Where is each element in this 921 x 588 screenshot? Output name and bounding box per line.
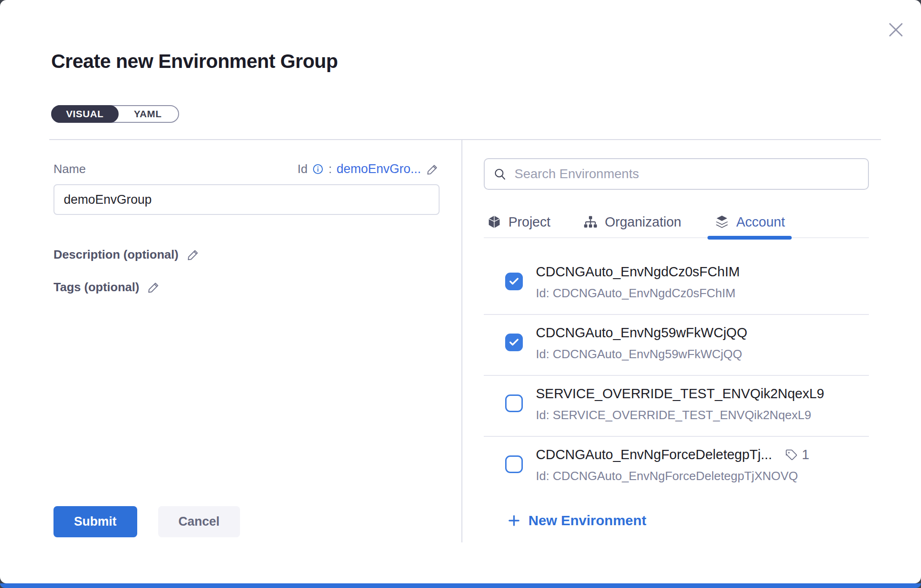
environment-id: Id: CDCNGAuto_EnvNg59wFkWCjQQ: [536, 347, 869, 361]
panel-divider: [461, 140, 462, 542]
plus-icon: [507, 514, 521, 528]
toggle-visual[interactable]: VISUAL: [51, 105, 119, 123]
search-environments-input[interactable]: [514, 167, 860, 181]
layers-icon: [714, 214, 730, 230]
environment-name: CDCNGAuto_EnvNgForceDeletegpTj...: [536, 447, 772, 462]
tab-organization[interactable]: Organization: [580, 207, 684, 237]
tab-organization-label: Organization: [605, 214, 681, 230]
tag-icon: [784, 448, 798, 462]
id-label: Id: [298, 162, 308, 176]
environment-checkbox-checked[interactable]: [505, 334, 523, 351]
environment-name: CDCNGAuto_EnvNg59wFkWCjQQ: [536, 325, 747, 341]
checkmark-icon: [508, 337, 520, 348]
id-cluster: Id : demoEnvGro...: [298, 162, 440, 176]
org-chart-icon: [583, 214, 598, 230]
tab-project-label: Project: [508, 214, 550, 230]
tags-label: Tags (optional): [53, 280, 139, 294]
page-backdrop: Create new Environment Group VISUAL YAML…: [0, 0, 921, 588]
tab-account-label: Account: [736, 214, 785, 230]
tag-badge: 1: [784, 447, 809, 462]
new-environment-label: New Environment: [528, 513, 646, 528]
search-environments-box: [484, 158, 869, 190]
environment-id: Id: CDCNGAuto_EnvNgForceDeletegpTjXNOVQ: [536, 469, 869, 483]
id-separator: :: [328, 162, 332, 176]
edit-tags-pencil-icon[interactable]: [147, 280, 161, 294]
bottom-blue-bar: [0, 583, 921, 588]
new-environment-button[interactable]: New Environment: [507, 513, 646, 528]
create-env-group-dialog: Create new Environment Group VISUAL YAML…: [0, 0, 921, 583]
environment-name: SERVICE_OVERRIDE_TEST_ENVQik2NqexL9: [536, 386, 824, 401]
info-icon[interactable]: [312, 163, 324, 175]
name-id-row: Name Id : demoEnvGro...: [53, 162, 440, 176]
visual-yaml-toggle: VISUAL YAML: [51, 105, 179, 123]
environment-row-1[interactable]: CDCNGAuto_EnvNgdCz0sFChIM Id: CDCNGAuto_…: [484, 254, 869, 315]
scope-tabs: Project Organization: [484, 207, 869, 238]
environment-name: CDCNGAuto_EnvNgdCz0sFChIM: [536, 264, 740, 280]
tag-count: 1: [802, 447, 809, 462]
submit-button[interactable]: Submit: [53, 506, 137, 537]
edit-description-pencil-icon[interactable]: [186, 247, 200, 262]
name-label: Name: [53, 162, 86, 176]
tags-row: Tags (optional): [53, 280, 161, 294]
environment-list: CDCNGAuto_EnvNgdCz0sFChIM Id: CDCNGAuto_…: [484, 254, 869, 492]
description-label: Description (optional): [53, 247, 179, 262]
name-input[interactable]: [53, 184, 440, 215]
tab-project[interactable]: Project: [484, 207, 553, 237]
environment-id: Id: SERVICE_OVERRIDE_TEST_ENVQik2NqexL9: [536, 408, 869, 422]
cube-icon: [487, 214, 502, 230]
dialog-actions: Submit Cancel: [53, 506, 240, 537]
id-value-link[interactable]: demoEnvGro...: [336, 162, 421, 176]
cancel-button[interactable]: Cancel: [158, 506, 240, 537]
description-row: Description (optional): [53, 247, 200, 262]
header-divider: [49, 139, 881, 140]
tab-account[interactable]: Account: [711, 207, 788, 237]
environment-row-4[interactable]: CDCNGAuto_EnvNgForceDeletegpTj... 1 I: [484, 437, 869, 492]
environment-checkbox-unchecked[interactable]: [505, 394, 523, 412]
environment-row-2[interactable]: CDCNGAuto_EnvNg59wFkWCjQQ Id: CDCNGAuto_…: [484, 315, 869, 376]
close-button[interactable]: [886, 20, 906, 40]
environment-checkbox-checked[interactable]: [505, 273, 523, 290]
environment-row-3[interactable]: SERVICE_OVERRIDE_TEST_ENVQik2NqexL9 Id: …: [484, 376, 869, 437]
page-title: Create new Environment Group: [51, 50, 338, 73]
close-icon: [886, 20, 906, 40]
checkmark-icon: [508, 276, 520, 287]
edit-id-pencil-icon[interactable]: [426, 162, 440, 176]
toggle-yaml[interactable]: YAML: [118, 106, 178, 122]
environment-id: Id: CDCNGAuto_EnvNgdCz0sFChIM: [536, 286, 869, 301]
search-icon: [493, 167, 507, 181]
environment-checkbox-unchecked[interactable]: [505, 455, 523, 473]
